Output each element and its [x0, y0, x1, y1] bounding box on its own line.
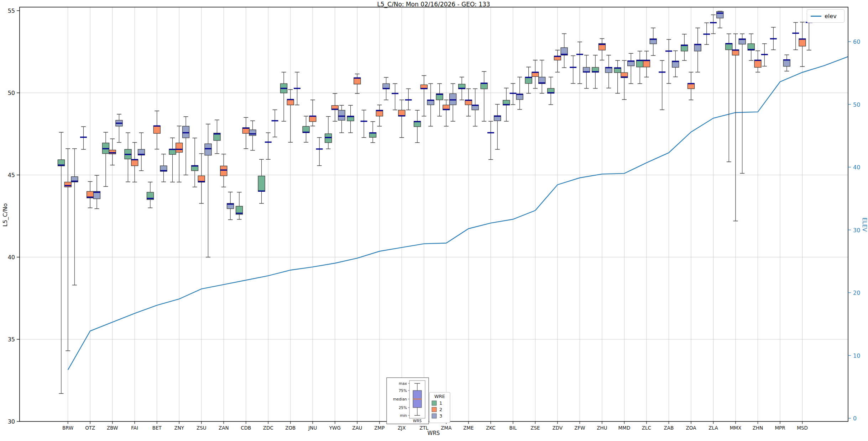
box-ZMA-wre1 [436, 84, 443, 116]
wre-legend: WRE123 [429, 392, 450, 423]
svg-text:ZAN: ZAN [219, 425, 229, 431]
box-OTZ-wre1 [80, 127, 87, 149]
box-ZLA-wre3 [717, 11, 723, 28]
box-ZDV-wre3 [561, 34, 568, 68]
box-ZOA-wre2 [687, 72, 694, 100]
wre-entry-label-3: 3 [439, 413, 442, 419]
box-ZLC-wre1 [637, 51, 643, 84]
svg-text:50: 50 [853, 101, 860, 108]
box-ZMP-wre3 [383, 78, 389, 100]
box-ZOB-wre2 [287, 90, 294, 142]
svg-text:BRW: BRW [62, 425, 73, 431]
box-ZFW-wre2 [576, 42, 583, 84]
box-MMD-wre1 [614, 60, 621, 93]
box-OTZ-wre3 [93, 175, 100, 209]
box-BRW-wre2 [64, 149, 71, 351]
svg-text:ZFW: ZFW [574, 425, 585, 431]
y2-axis-label: ELEV [861, 205, 868, 245]
box-JNU-wre3 [316, 138, 323, 166]
wre-legend-title: WRE [434, 394, 445, 399]
svg-text:ZOA: ZOA [686, 425, 697, 431]
box-ZAN-wre2 [220, 154, 227, 187]
box-ZTL-wre3 [427, 84, 434, 126]
inset-xlabel: WRS [413, 419, 422, 423]
box-MSD-wre2 [799, 22, 806, 67]
box-BIL-wre3 [516, 77, 523, 110]
y2-axis-ticks: 0102030405060 [848, 38, 860, 422]
box-ZSU-wre3 [205, 124, 211, 257]
wre-entry-label-1: 1 [439, 400, 442, 406]
svg-text:60: 60 [853, 38, 860, 45]
box-FAI-wre3 [138, 133, 145, 171]
svg-text:30: 30 [8, 418, 15, 425]
svg-text:ZHN: ZHN [753, 425, 763, 431]
wre-series-1 [58, 22, 799, 393]
box-ZJX-wre1 [392, 84, 398, 110]
box-ZBW-wre2 [109, 139, 116, 165]
box-ZHU-wre3 [605, 55, 612, 88]
box-MMX-wre2 [732, 34, 739, 221]
svg-text:0: 0 [853, 415, 857, 422]
y-axis-label: L5_C/No [2, 194, 9, 237]
box-ZOB-wre3 [294, 72, 300, 105]
box-BRW-wre3 [71, 149, 78, 285]
svg-text:10: 10 [853, 352, 860, 359]
box-ZSU-wre1 [192, 138, 198, 187]
svg-text:ZNY: ZNY [174, 425, 184, 431]
inset-label-median: median [393, 397, 407, 401]
box-BIL-wre1 [503, 88, 510, 121]
box-MSD-wre1 [792, 22, 799, 50]
box-ZAB-wre1 [659, 60, 665, 110]
svg-text:BET: BET [152, 425, 162, 431]
box-MMD-wre2 [621, 60, 628, 100]
wre-swatch-2 [432, 407, 436, 412]
svg-text:ZME: ZME [463, 425, 474, 431]
box-ZAU-wre3 [361, 110, 367, 138]
elev-legend-label: elev [825, 13, 837, 20]
box-YWG-wre2 [331, 94, 338, 121]
box-ZMA-wre3 [450, 84, 456, 121]
box-ZSE-wre2 [532, 60, 539, 88]
svg-text:YWG: YWG [329, 425, 341, 431]
wre-swatch-1 [432, 401, 436, 405]
inset-label-75%: 75% [399, 388, 407, 393]
inset-label-min: min [400, 413, 407, 418]
box-BET-wre3 [160, 154, 167, 182]
box-ZMA-wre2 [443, 100, 450, 126]
box-ZLC-wre2 [643, 51, 650, 77]
wre-entry-label-2: 2 [439, 407, 442, 412]
svg-text:MSD: MSD [797, 425, 808, 431]
box-ZAU-wre1 [347, 105, 354, 133]
svg-text:MMX: MMX [730, 425, 742, 431]
box-OTZ-wre2 [87, 181, 94, 208]
inset-label-max: max [399, 381, 407, 386]
inset-label-25%: 25% [399, 405, 407, 410]
box-ZOB-wre1 [281, 72, 287, 121]
box-ZTL-wre2 [420, 75, 427, 116]
box-YWG-wre3 [338, 105, 345, 133]
box-BET-wre2 [153, 111, 160, 149]
svg-text:35: 35 [8, 336, 15, 343]
svg-text:45: 45 [8, 172, 15, 179]
page-title: L5_C/No: Mon 02/16/2026 - GEO: 133 [327, 1, 540, 8]
box-ZAU-wre2 [354, 74, 361, 94]
box-ZKC-wre1 [481, 71, 487, 121]
box-ZAN-wre1 [214, 120, 220, 154]
svg-text:40: 40 [8, 254, 15, 261]
box-ZJX-wre3 [405, 89, 412, 110]
svg-text:ZLC: ZLC [642, 425, 651, 431]
elev-legend: elev [807, 9, 845, 23]
box-MMX-wre1 [726, 34, 732, 162]
box-ZDC-wre3 [272, 110, 278, 137]
box-ZNY-wre3 [183, 117, 189, 175]
svg-text:ZDC: ZDC [263, 425, 273, 431]
svg-text:CDB: CDB [241, 425, 251, 431]
box-ZSU-wre2 [198, 154, 205, 203]
svg-text:ZDV: ZDV [553, 425, 563, 431]
svg-text:MPR: MPR [775, 425, 785, 431]
box-ZHU-wre2 [598, 39, 605, 60]
box-ZJX-wre2 [398, 100, 405, 138]
box-FAI-wre1 [125, 133, 131, 182]
box-ZKC-wre3 [494, 104, 501, 149]
elev-line-sample [811, 16, 821, 17]
